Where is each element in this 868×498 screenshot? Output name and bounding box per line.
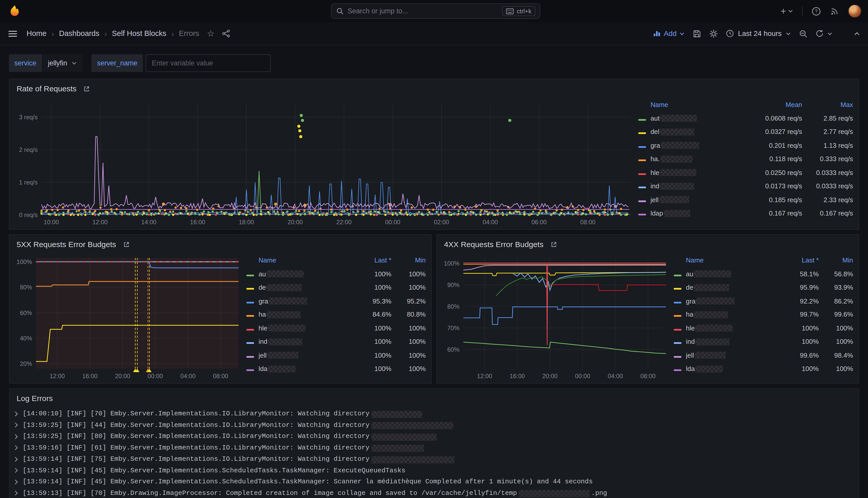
log-row[interactable]: [13:59:14] [INF] [45] Emby.Server.Implem… <box>13 465 856 476</box>
legend-row[interactable]: de 95.9% 93.9% <box>674 281 853 294</box>
legend-row[interactable]: ind 100% 100% <box>246 335 426 349</box>
top-bar: Search or jump to... ctrl+k + ? <box>0 0 868 22</box>
breadcrumb-current: Errors <box>179 29 199 38</box>
redacted-name <box>694 271 732 278</box>
external-link-icon[interactable] <box>83 85 90 92</box>
legend-header-name[interactable]: Name <box>651 101 740 108</box>
legend-row[interactable]: ha 99.7% 99.6% <box>674 308 853 322</box>
legend-row[interactable]: jell 0.185 req/s 2.33 req/s <box>638 193 853 207</box>
collapse-toolbar-icon[interactable] <box>854 30 860 37</box>
expand-caret-icon[interactable] <box>14 456 19 462</box>
legend-header-name[interactable]: Name <box>258 257 352 264</box>
dashboard-settings-icon[interactable] <box>709 29 718 38</box>
legend-row[interactable]: de 100% 100% <box>246 281 426 294</box>
error-budget-5xx-chart[interactable]: 20%40%60%80%100%12:0016:0020:0000:0004:0… <box>14 252 243 381</box>
legend-row[interactable]: hle 100% 100% <box>674 322 853 335</box>
log-row[interactable]: [13:59:14] [INF] [45] Emby.Server.Implem… <box>13 476 856 487</box>
expand-caret-icon[interactable] <box>14 490 19 496</box>
legend-row[interactable]: del 0.0327 req/s 2.77 req/s <box>638 125 853 139</box>
panel-title[interactable]: 5XX Requests Error Budgets <box>17 240 116 249</box>
external-link-icon[interactable] <box>123 241 130 248</box>
user-avatar[interactable] <box>848 4 861 18</box>
breadcrumb-folder[interactable]: Self Host Blocks <box>112 29 166 38</box>
series-color-dash <box>246 275 254 276</box>
log-row[interactable]: [13:59:25] [INF] [44] Emby.Server.Implem… <box>13 419 856 431</box>
legend-row[interactable]: gra 0.201 req/s 1.13 req/s <box>638 139 853 153</box>
help-icon[interactable]: ? <box>812 6 821 16</box>
legend-last-value: 100% <box>779 365 819 373</box>
zoom-out-icon[interactable] <box>799 29 808 38</box>
log-row[interactable]: [14:00:10] [INF] [70] Emby.Server.Implem… <box>13 408 856 419</box>
breadcrumb-home[interactable]: Home <box>27 29 47 38</box>
expand-caret-icon[interactable] <box>14 479 19 485</box>
expand-caret-icon[interactable] <box>14 411 19 417</box>
legend-row[interactable]: gra 92.2% 86.2% <box>674 294 853 308</box>
redacted-name <box>268 338 303 345</box>
share-icon[interactable] <box>222 29 230 38</box>
rate-legend: Name Mean Max aut 0.0608 req/s 2.85 req/… <box>635 97 854 227</box>
legend-last-value: 58.1% <box>779 270 819 278</box>
legend-row[interactable]: gra 95.3% 95.2% <box>246 294 426 308</box>
panel-title[interactable]: 4XX Requests Error Budgets <box>444 240 544 249</box>
legend-header-name[interactable]: Name <box>686 257 779 264</box>
expand-caret-icon[interactable] <box>14 445 19 451</box>
news-broadcast-icon[interactable] <box>830 6 839 16</box>
new-button[interactable]: + <box>780 6 793 16</box>
svg-text:08:00: 08:00 <box>640 373 656 379</box>
legend-header-mean[interactable]: Mean <box>740 101 802 108</box>
series-color-dash <box>638 119 646 120</box>
legend-row[interactable]: ha. 0.118 req/s 0.333 req/s <box>638 153 853 166</box>
refresh-icon[interactable] <box>815 29 824 38</box>
legend-header-min[interactable]: Min <box>819 257 853 264</box>
variable-server-name-input[interactable] <box>146 54 271 72</box>
log-row[interactable]: [13:59:16] [INF] [61] Emby.Server.Implem… <box>13 442 856 453</box>
legend-row[interactable]: jell 99.6% 98.4% <box>674 349 853 362</box>
save-dashboard-icon[interactable] <box>693 29 702 38</box>
redacted-name <box>267 271 304 278</box>
expand-caret-icon[interactable] <box>14 468 19 474</box>
global-search[interactable]: Search or jump to... ctrl+k <box>331 3 540 19</box>
legend-row[interactable]: au 58.1% 56.8% <box>674 267 853 281</box>
legend-row[interactable]: ind 0.0173 req/s 0.0333 req/s <box>638 179 853 193</box>
legend-row[interactable]: lda 100% 100% <box>674 362 853 376</box>
legend-row[interactable]: aut 0.0608 req/s 2.85 req/s <box>638 112 853 125</box>
variable-service-picker[interactable]: jellyfin <box>42 54 83 72</box>
legend-header-min[interactable]: Min <box>391 257 426 264</box>
grafana-logo-icon[interactable] <box>8 4 22 18</box>
legend-mean-value: 0.167 req/s <box>740 209 802 217</box>
favorite-star-icon[interactable]: ☆ <box>207 28 214 39</box>
log-row[interactable]: [13:59:14] [INF] [75] Emby.Server.Implem… <box>13 454 856 465</box>
legend-max-value: 1.13 req/s <box>802 142 853 149</box>
legend-row[interactable]: hle 100% 100% <box>246 322 426 335</box>
series-color-dash <box>246 288 254 290</box>
add-panel-button[interactable]: Add <box>653 29 685 38</box>
legend-row[interactable]: hle 0.0250 req/s 0.0333 req/s <box>638 166 853 179</box>
panel-title[interactable]: Log Errors <box>17 394 53 403</box>
legend-row[interactable]: ldap 0.167 req/s 0.167 req/s <box>638 207 853 220</box>
keyboard-icon <box>506 8 514 14</box>
breadcrumb-dashboards[interactable]: Dashboards <box>59 29 99 38</box>
time-range-picker[interactable]: Last 24 hours <box>726 29 791 38</box>
legend-mean-value: 0.201 req/s <box>740 142 802 149</box>
expand-caret-icon[interactable] <box>14 433 19 440</box>
legend-row[interactable]: lda 100% 100% <box>246 362 426 376</box>
legend-row[interactable]: ind 100% 100% <box>674 335 853 349</box>
legend-row[interactable]: au 100% 100% <box>246 267 426 281</box>
log-row[interactable]: [13:59:25] [INF] [80] Emby.Server.Implem… <box>13 431 856 442</box>
mega-menu-icon[interactable] <box>8 28 18 39</box>
log-row[interactable]: [13:59:13] [INF] [70] Emby.Drawing.Image… <box>13 487 856 498</box>
refresh-interval-dropdown[interactable] <box>827 31 832 37</box>
legend-row[interactable]: jell 100% 100% <box>246 349 426 362</box>
svg-text:90%: 90% <box>448 282 460 288</box>
legend-header-last[interactable]: Last * <box>351 257 391 264</box>
error-budget-4xx-chart[interactable]: 60%70%80%90%100%12:0016:0020:0000:0004:0… <box>441 252 670 381</box>
expand-caret-icon[interactable] <box>14 422 19 428</box>
legend-mean-value: 0.0327 req/s <box>740 128 802 136</box>
rate-chart[interactable]: 0 req/s1 req/s2 req/s3 req/s10:0012:0014… <box>14 97 635 227</box>
dashboard-variables: service jellyfin server_name <box>9 54 271 73</box>
panel-title[interactable]: Rate of Requests <box>17 84 77 93</box>
legend-header-last[interactable]: Last * <box>779 257 819 264</box>
legend-header-max[interactable]: Max <box>802 101 853 108</box>
external-link-icon[interactable] <box>550 241 557 248</box>
legend-row[interactable]: ha 84.6% 80.8% <box>246 308 426 322</box>
